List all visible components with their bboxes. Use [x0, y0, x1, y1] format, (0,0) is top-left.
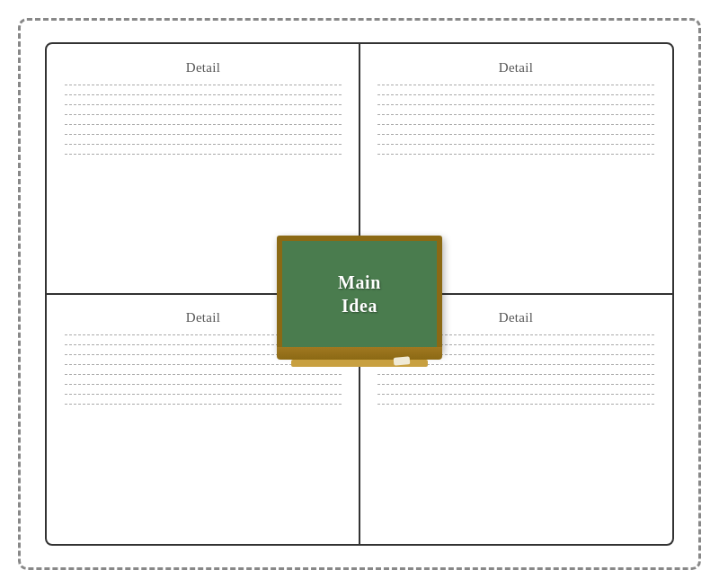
dashed-line: [65, 154, 342, 155]
dashed-line: [65, 85, 342, 85]
dashed-line: [65, 104, 342, 105]
main-idea-line1: Main: [338, 272, 381, 292]
inner-frame: Detail Detail: [45, 42, 674, 546]
dashed-line: [377, 134, 654, 135]
dashed-line: [65, 114, 342, 115]
dashed-line: [377, 374, 654, 375]
dashed-line: [377, 394, 654, 395]
chalkboard-text: Main Idea: [338, 271, 381, 317]
dashed-line: [65, 124, 342, 125]
dashed-line: [377, 404, 654, 405]
chalkboard: Main Idea: [277, 236, 442, 352]
dashed-line: [377, 384, 654, 385]
lines-top-left: [65, 85, 342, 155]
dashed-line: [65, 384, 342, 385]
main-idea-line2: Idea: [342, 296, 377, 316]
dashed-line: [65, 394, 342, 395]
dashed-line: [377, 94, 654, 95]
dashed-line: [377, 124, 654, 125]
chalk-piece: [394, 356, 411, 366]
dashed-line: [65, 134, 342, 135]
dashed-line: [65, 374, 342, 375]
dashed-line: [65, 404, 342, 405]
dashed-line: [65, 144, 342, 145]
outer-border: Detail Detail: [18, 18, 701, 570]
dashed-line: [377, 144, 654, 145]
quadrant-top-left-label: Detail: [65, 60, 342, 76]
dashed-line: [65, 94, 342, 95]
lines-top-right: [377, 85, 654, 155]
dashed-line: [377, 104, 654, 105]
quadrant-top-right-label: Detail: [377, 60, 654, 76]
dashed-line: [377, 85, 654, 85]
dashed-line: [377, 154, 654, 155]
chalkboard-container: Main Idea: [277, 236, 442, 352]
dashed-line: [377, 114, 654, 115]
